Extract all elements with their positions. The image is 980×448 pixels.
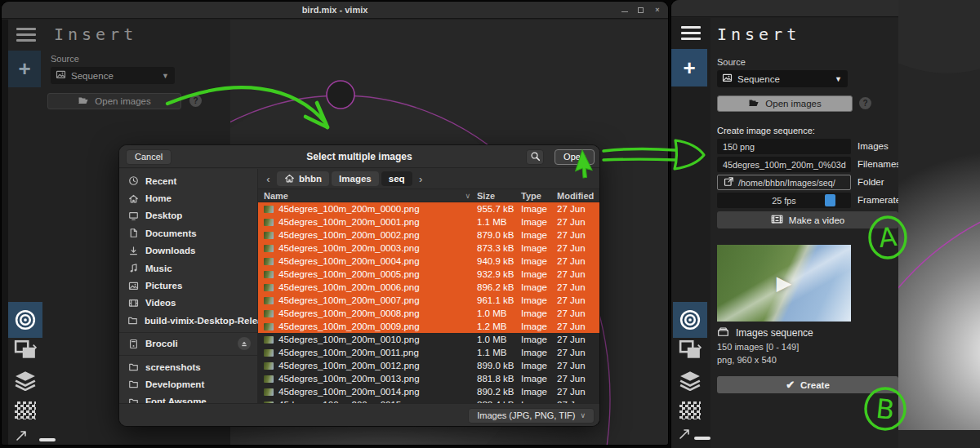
forward-chevron-icon[interactable]: › (415, 173, 427, 185)
table-row[interactable]: 45degres_100m_200m_0009.png1.2 MBImage27… (258, 320, 599, 333)
breadcrumb-Images[interactable]: Images (332, 171, 379, 186)
menu-icon[interactable] (681, 26, 701, 43)
resize-icon[interactable] (15, 429, 28, 445)
file-name: 45degres_100m_200m_0002.png (278, 230, 477, 240)
file-type: Image (521, 335, 557, 344)
main-titlebar[interactable]: bird.mix - vimix × (2, 2, 668, 19)
close-button[interactable]: × (653, 6, 662, 14)
sidebar-item-pictures[interactable]: Pictures (119, 277, 257, 294)
home-icon (284, 173, 295, 185)
file-thumbnail-icon (264, 271, 274, 278)
sidebar-item-recent[interactable]: Recent (119, 172, 257, 189)
create-button[interactable]: ✔ Create (717, 376, 898, 393)
table-row[interactable]: 45degres_100m_200m_0007.png961.1 kBImage… (258, 294, 599, 307)
file-name: 45degres_100m_200m_0005.png (278, 269, 477, 279)
images-sequence-icon (717, 326, 729, 339)
table-row[interactable]: 45degres_100m_200m_0001.png1.1 MBImage27… (258, 215, 599, 228)
sidebar-item-desktop[interactable]: Desktop (119, 207, 257, 224)
checker-icon[interactable] (8, 393, 42, 428)
search-button[interactable] (526, 149, 544, 165)
sidebar-item-music[interactable]: Music (119, 259, 257, 277)
external-link-icon (724, 176, 734, 189)
sidebar-item-brocoli[interactable]: Brocoli (119, 335, 257, 353)
table-row[interactable]: 45degres_100m_200m_0003.png873.3 kBImage… (258, 242, 599, 255)
help-icon[interactable]: ? (859, 97, 871, 109)
file-size: 879.0 kB (477, 230, 521, 240)
drive-icon (127, 339, 139, 349)
source-dropdown-value: Sequence (71, 71, 154, 81)
open-images-button-left[interactable]: Open images (47, 93, 181, 109)
field-value: /home/bhbn/Images/seq/ (738, 178, 835, 188)
table-row[interactable]: 45degres_100m_200m_0010.png1.0 MBImage27… (258, 333, 599, 346)
table-row[interactable]: 45degres_100m_200m_0011.png1.1 MBImage27… (258, 346, 599, 359)
preview-caption: Images sequence (736, 327, 813, 339)
add-source-button[interactable]: + (8, 51, 41, 87)
open-images-button-right[interactable]: Open images (717, 95, 853, 112)
column-type[interactable]: Type (521, 191, 557, 201)
folder-icon (127, 379, 139, 389)
sidebar-item-build-vimix-desktop-release[interactable]: build-vimix-Desktop-Release (119, 312, 257, 329)
sidebar-item-home[interactable]: Home (119, 189, 257, 206)
table-row[interactable]: 45degres_100m_200m_0008.png1.0 MBImage27… (258, 307, 599, 320)
file-thumbnail-icon (264, 206, 274, 213)
column-size[interactable]: Size (477, 191, 521, 201)
table-row[interactable]: 45degres_100m_200m_0013.png881.8 kBImage… (258, 372, 599, 385)
table-row[interactable]: 45degres_100m_200m_0005.png932.9 kBImage… (258, 268, 599, 281)
drag-handle[interactable] (694, 437, 710, 440)
breadcrumb: ‹ bhbnImagesseq › (258, 169, 599, 189)
table-row[interactable]: 45degres_100m_200m_0004.png940.9 kBImage… (258, 255, 599, 268)
file-name: 45degres_100m_200m_0001.png (278, 217, 477, 227)
file-type: Image (521, 243, 557, 253)
folder-open-icon (748, 98, 760, 109)
column-modified[interactable]: Modified (557, 191, 599, 201)
source-node[interactable] (327, 81, 354, 109)
open-button[interactable]: Open (555, 149, 595, 165)
checker-icon[interactable] (673, 393, 707, 428)
video-icon (127, 298, 139, 308)
source-label: Source (717, 57, 746, 67)
file-type: Image (521, 256, 557, 266)
breadcrumb-seq[interactable]: seq (381, 171, 412, 186)
sequence-preview-thumbnail[interactable]: ▶ (717, 245, 851, 322)
file-dialog: Cancel Select multiple images Open Recen… (119, 145, 599, 426)
folder-field[interactable]: /home/bhbn/Images/seq/ (717, 175, 851, 190)
back-chevron-icon[interactable]: ‹ (262, 173, 274, 185)
file-type: Image (521, 217, 557, 227)
resize-icon[interactable] (678, 428, 691, 444)
section-title: Create image sequence: (717, 126, 815, 135)
sidebar-item-documents[interactable]: Documents (119, 224, 257, 242)
video-output-canvas (898, 0, 980, 448)
table-row[interactable]: 45degres_100m_200m_0012.png899.0 kBImage… (258, 359, 599, 372)
eject-icon[interactable] (238, 337, 251, 350)
help-icon[interactable]: ? (189, 95, 202, 107)
sidebar-item-screenshots[interactable]: screenshots (119, 358, 257, 375)
table-row[interactable]: 45degres_100m_200m_0002.png879.0 kBImage… (258, 228, 599, 242)
minimize-button[interactable] (621, 8, 628, 12)
sidebar-item-videos[interactable]: Videos (119, 295, 257, 312)
file-filter-dropdown[interactable]: Images (JPG, PNG, TIF) ∨ (468, 408, 595, 424)
images-field[interactable]: 150 png (717, 139, 851, 154)
drag-handle[interactable] (39, 438, 56, 441)
table-row[interactable]: 45degres_100m_200m_0006.png896.2 kBImage… (258, 281, 599, 294)
filenames-field[interactable]: 45degres_100m_200m_0%03d (717, 157, 851, 172)
source-dropdown[interactable]: Sequence ▼ (717, 70, 848, 87)
menu-icon[interactable] (16, 28, 36, 45)
maximize-button[interactable] (638, 7, 644, 13)
column-name[interactable]: Name ∨ (258, 191, 477, 201)
create-label: Create (800, 380, 830, 390)
make-video-button[interactable]: Make a video (717, 211, 898, 228)
sidebar-item-development[interactable]: Development (119, 375, 257, 393)
source-dropdown[interactable]: Sequence ▼ (51, 67, 175, 84)
desktop-icon (127, 211, 139, 221)
breadcrumb-bhbn[interactable]: bhbn (277, 171, 329, 186)
table-row[interactable]: 45degres_100m_200m_0014.png890.2 kBImage… (258, 385, 599, 398)
table-row[interactable]: 45degres_100m_200m_0000.png955.7 kBImage… (258, 202, 599, 215)
source-label: Source (51, 54, 79, 64)
framerate-field[interactable]: 25 fps (717, 193, 851, 208)
add-source-button[interactable]: + (671, 49, 707, 86)
panel-title: Insert (717, 24, 800, 44)
sidebar-item-downloads[interactable]: Downloads (119, 242, 257, 259)
file-size: 1.1 MB (477, 217, 521, 227)
framerate-slider-handle[interactable] (825, 194, 835, 206)
file-type: Image (521, 322, 557, 331)
